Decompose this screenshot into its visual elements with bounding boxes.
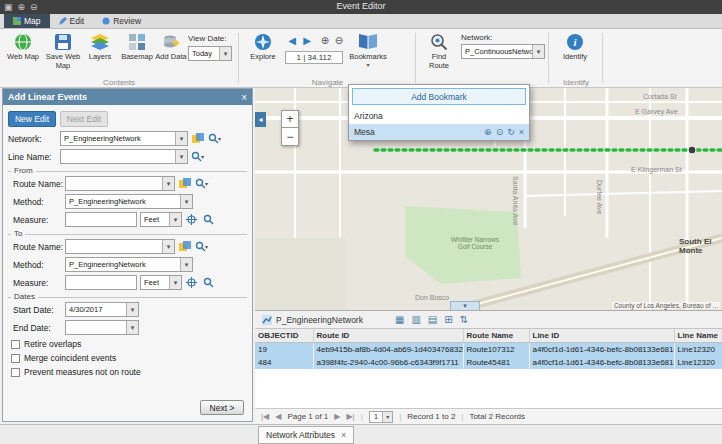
zoom-out-icon[interactable]: ⊖ bbox=[332, 33, 346, 47]
zoom-in-button[interactable]: + bbox=[281, 110, 299, 128]
from-measure-label: Measure: bbox=[13, 215, 65, 225]
calendar-dropdown-icon[interactable]: ▾ bbox=[126, 303, 138, 316]
previous-extent-icon[interactable]: ◀ bbox=[285, 33, 299, 47]
chevron-down-icon[interactable]: ▾ bbox=[532, 45, 544, 58]
basemap-button[interactable]: Basemap bbox=[118, 32, 156, 76]
chevron-down-icon[interactable]: ▾ bbox=[162, 240, 174, 253]
chevron-down-icon[interactable]: ▾ bbox=[180, 195, 192, 208]
zoom-in-icon[interactable]: ⊕ bbox=[318, 33, 332, 47]
clear-selection-icon[interactable]: ▤ bbox=[428, 314, 437, 325]
chevron-down-icon: ▾ bbox=[205, 243, 208, 250]
select-on-map-icon[interactable]: ▾ bbox=[194, 177, 209, 190]
sort-icon[interactable]: ⇅ bbox=[460, 314, 468, 325]
calendar-dropdown-icon[interactable]: ▾ bbox=[126, 321, 138, 334]
from-route-name-select[interactable]: ▾ bbox=[65, 176, 175, 191]
end-date-input[interactable]: ▾ bbox=[65, 320, 139, 335]
attribute-table-tab[interactable]: P_EngineeringNetwork bbox=[276, 315, 363, 325]
tab-review[interactable]: Review bbox=[93, 14, 150, 28]
cell-line-id: a4f0cf1d-1d61-4346-befc-8b08133e681e bbox=[529, 343, 674, 357]
table-row[interactable]: 484 a398f4fc-2940-4c00-96b6-c6343f9f1711… bbox=[255, 356, 722, 369]
column-header[interactable]: OBJECTID bbox=[255, 329, 313, 343]
save-icon[interactable]: ▣ bbox=[4, 2, 13, 12]
view-date-select[interactable]: Today ▾ bbox=[188, 46, 232, 61]
to-unit-select[interactable]: Feet ▾ bbox=[140, 275, 182, 290]
remove-bookmark-icon[interactable]: × bbox=[519, 127, 524, 137]
collapse-table-button[interactable]: ▾ bbox=[450, 301, 480, 310]
update-bookmark-icon[interactable]: ↻ bbox=[507, 127, 515, 137]
cell-line-name: Line12320 bbox=[674, 356, 722, 369]
column-header[interactable]: Line ID bbox=[529, 329, 674, 343]
map-scale-input[interactable]: 1 | 34.112 bbox=[285, 51, 343, 64]
select-on-map-icon[interactable]: ▾ bbox=[194, 240, 209, 253]
zoom-out-icon[interactable]: ⊖ bbox=[30, 2, 38, 12]
from-unit-select[interactable]: Feet ▾ bbox=[140, 212, 182, 227]
network-attributes-tab[interactable]: Network Attributes × bbox=[258, 426, 354, 444]
select-on-map-icon[interactable]: ▾ bbox=[207, 132, 222, 145]
pick-measure-icon[interactable] bbox=[184, 276, 199, 289]
to-route-name-select[interactable]: ▾ bbox=[65, 239, 175, 254]
retire-overlaps-checkbox[interactable] bbox=[11, 340, 20, 349]
pick-measure-icon[interactable] bbox=[184, 213, 199, 226]
prevent-measures-checkbox[interactable] bbox=[11, 368, 20, 377]
to-unit-value: Feet bbox=[141, 276, 169, 289]
table-row[interactable]: 19 4eb9415b-af8b-4d04-ab69-1d403476832b … bbox=[255, 343, 722, 357]
line-name-select[interactable]: ▾ bbox=[60, 149, 188, 164]
zoom-to-measure-icon[interactable] bbox=[201, 276, 216, 289]
last-page-icon[interactable]: ▶| bbox=[346, 412, 354, 421]
tab-map-label: Map bbox=[24, 16, 41, 26]
network-select[interactable]: P_ContinuousNetwork ▾ bbox=[461, 44, 545, 59]
from-method-select[interactable]: P_EngineeringNetwork ▾ bbox=[65, 194, 193, 209]
show-selected-icon[interactable]: ▥ bbox=[411, 314, 420, 325]
layers-button[interactable]: Layers bbox=[84, 32, 116, 76]
close-icon[interactable]: × bbox=[341, 430, 346, 440]
identify-button[interactable]: i Identify bbox=[556, 32, 594, 76]
chevron-down-icon[interactable]: ▾ bbox=[219, 47, 231, 60]
chevron-down-icon[interactable]: ▾ bbox=[169, 276, 181, 289]
zoom-in-icon[interactable]: ⊕ bbox=[18, 2, 26, 12]
first-page-icon[interactable]: |◀ bbox=[261, 412, 269, 421]
from-measure-input[interactable] bbox=[65, 212, 137, 227]
to-measure-input[interactable] bbox=[65, 275, 137, 290]
zoom-to-measure-icon[interactable] bbox=[201, 213, 216, 226]
bookmark-item-arizona[interactable]: Arizona bbox=[349, 108, 529, 124]
catalog-icon[interactable] bbox=[190, 132, 205, 145]
add-record-icon[interactable]: ⊞ bbox=[444, 314, 452, 325]
tab-map[interactable]: Map bbox=[4, 14, 50, 28]
to-method-select[interactable]: P_EngineeringNetwork ▾ bbox=[65, 257, 193, 272]
collapse-panel-button[interactable]: ◂ bbox=[255, 112, 266, 127]
column-header[interactable]: Line Name bbox=[674, 329, 722, 343]
network-field-select[interactable]: P_EngineeringNetwork ▾ bbox=[60, 131, 188, 146]
bookmark-item-mesa[interactable]: Mesa ⊕ ⊙ ↻ × bbox=[349, 124, 529, 140]
bookmarks-button[interactable]: Bookmarks ▾ bbox=[346, 32, 390, 76]
web-map-button[interactable]: Web Map bbox=[4, 32, 42, 76]
new-edit-button[interactable]: New Edit bbox=[8, 111, 56, 127]
close-icon[interactable]: × bbox=[241, 92, 247, 103]
select-on-map-icon[interactable]: ▾ bbox=[190, 150, 205, 163]
save-web-map-button[interactable]: Save Web Map bbox=[44, 32, 82, 76]
catalog-icon[interactable] bbox=[177, 240, 192, 253]
zoom-to-bookmark-icon[interactable]: ⊕ bbox=[484, 127, 492, 137]
chevron-down-icon[interactable]: ▾ bbox=[180, 258, 192, 271]
explore-button[interactable]: Explore bbox=[244, 32, 282, 76]
chevron-down-icon[interactable]: ▾ bbox=[175, 150, 187, 163]
next-page-icon[interactable]: ▶ bbox=[334, 412, 340, 421]
table-options-icon[interactable]: ▦ bbox=[395, 314, 404, 325]
previous-page-icon[interactable]: ◀ bbox=[275, 412, 281, 421]
zoom-out-button[interactable]: − bbox=[281, 128, 299, 146]
chevron-down-icon[interactable]: ▾ bbox=[162, 177, 174, 190]
chevron-down-icon[interactable]: ▾ bbox=[169, 213, 181, 226]
column-header[interactable]: Route Name bbox=[463, 329, 529, 343]
catalog-icon[interactable] bbox=[177, 177, 192, 190]
page-size-select[interactable]: 1 ▾ bbox=[369, 411, 393, 423]
add-data-button[interactable]: Add Data bbox=[152, 32, 190, 76]
merge-coincident-checkbox[interactable] bbox=[11, 354, 20, 363]
tab-edit[interactable]: Edit bbox=[50, 14, 94, 28]
column-header[interactable]: Route ID bbox=[313, 329, 463, 343]
next-button[interactable]: Next > bbox=[200, 400, 244, 415]
chevron-down-icon[interactable]: ▾ bbox=[175, 132, 187, 145]
pan-to-bookmark-icon[interactable]: ⊙ bbox=[496, 127, 504, 137]
add-bookmark-button[interactable]: Add Bookmark bbox=[352, 88, 526, 105]
start-date-input[interactable]: 4/30/2017 ▾ bbox=[65, 302, 139, 317]
next-extent-icon[interactable]: ▶ bbox=[300, 33, 314, 47]
find-route-button[interactable]: Find Route bbox=[421, 32, 457, 76]
